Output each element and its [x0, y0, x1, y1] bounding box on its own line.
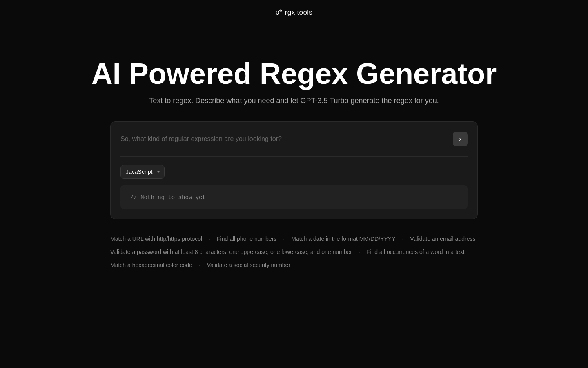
hero-subtitle: Text to regex. Describe what you need an…: [149, 96, 439, 105]
example-phone[interactable]: Find all phone numbers: [217, 236, 276, 242]
chevron-right-icon: ›: [459, 135, 461, 143]
main-input[interactable]: [120, 135, 448, 143]
example-email[interactable]: Validate an email address: [410, 236, 475, 242]
logo-icon: ο*: [276, 8, 282, 17]
language-select[interactable]: JavaScript Python PHP Ruby Java: [120, 165, 165, 179]
input-row: ›: [120, 132, 468, 146]
divider: [120, 156, 468, 157]
example-password[interactable]: Validate a password with at least 8 char…: [110, 249, 352, 255]
logo-text: rgx.tools: [285, 9, 312, 17]
submit-button[interactable]: ›: [453, 132, 468, 146]
examples-section: Match a URL with http/https protocol · F…: [110, 236, 478, 268]
example-hex[interactable]: Match a hexadecimal color code: [110, 262, 192, 268]
examples-row-3: Match a hexadecimal color code · Validat…: [110, 262, 478, 268]
input-card: › JavaScript Python PHP Ruby Java // Not…: [110, 121, 478, 219]
hero-title: AI Powered Regex Generator: [91, 58, 497, 90]
examples-row-1: Match a URL with http/https protocol · F…: [110, 236, 478, 242]
example-word[interactable]: Find all occurrences of a word in a text: [367, 249, 465, 255]
code-block: // Nothing to show yet: [120, 185, 468, 209]
main-content: AI Powered Regex Generator Text to regex…: [0, 25, 588, 268]
header: ο* rgx.tools: [0, 0, 588, 25]
code-placeholder: // Nothing to show yet: [130, 194, 206, 201]
examples-row-2: Validate a password with at least 8 char…: [110, 249, 478, 255]
example-date[interactable]: Match a date in the format MM/DD/YYYY: [291, 236, 395, 242]
example-ssn[interactable]: Validate a social security number: [207, 262, 290, 268]
example-url[interactable]: Match a URL with http/https protocol: [110, 236, 202, 242]
